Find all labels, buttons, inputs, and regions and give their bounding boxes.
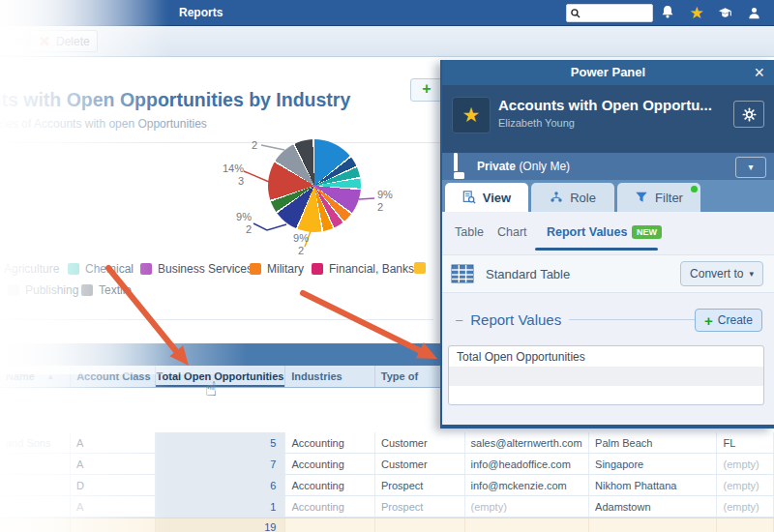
cell: A [71,432,156,453]
chart-legend-row-1: AgricultureChemicalBusiness ServicesMili… [0,262,440,278]
cell [465,518,590,532]
legend-item-financial-banks[interactable]: Financial, Banks [312,262,414,276]
legend-item[interactable] [414,262,426,274]
subtab-report-values[interactable]: Report Values [547,225,627,239]
panel-report-name: Accounts with Open Opportu... [498,97,712,113]
panel-content: Table Chart Report Values NEW Standard T… [442,212,774,425]
legend-swatch [140,263,152,275]
legend-swatch [68,263,79,275]
legend-swatch [250,263,261,275]
cell: D [71,475,156,495]
cell: Singapore [589,454,717,474]
search-input[interactable] [581,6,649,20]
view-doc-icon [462,191,476,204]
legend-label: Financial, Banks [329,262,414,276]
privacy-scope: (Only Me) [519,160,570,173]
cell: Accounting [285,454,375,474]
pie-label-indigo: 9%2 [226,211,252,236]
legend-label: Military [267,262,304,276]
cell [717,518,774,532]
search-icon [570,8,581,19]
list-stripe-row [449,367,763,386]
gear-icon [742,107,757,122]
tab-view[interactable]: View [445,183,528,212]
summary-row[interactable]: 19 [0,517,774,532]
legend-label: Agriculture [4,262,59,276]
pie-label-amber: 9%2 [288,232,313,257]
subtab-chart[interactable]: Chart [497,225,527,239]
favorites-star-icon[interactable]: ★ [686,3,707,22]
send-button[interactable]: Send [6,35,33,48]
report-title: Accounts with Open Opportunities by Indu… [0,89,350,111]
role-org-icon [550,191,563,204]
cell: Adamstown [589,496,717,517]
close-icon[interactable]: × [754,61,764,84]
column-header-industries[interactable]: Industries [285,366,375,387]
table-grid-icon [451,264,474,283]
filter-active-dot [691,186,698,192]
report-subtitle: Industries of Accounts with open Opportu… [0,117,207,131]
add-report-button[interactable]: + [410,78,443,102]
learning-graduation-cap-icon[interactable] [714,3,735,22]
privacy-bar[interactable]: Private (Only Me) ▾ [442,153,774,180]
table-row[interactable]: and SonsA5AccountingCustomersales@altern… [0,432,774,454]
subtab-table[interactable]: Table [455,225,484,239]
privacy-expand-button[interactable]: ▾ [735,157,766,178]
legend-item-military[interactable]: Military [250,262,304,276]
cell: A [71,496,156,517]
privacy-label: Private [477,160,516,173]
cell: sales@alternwerth.com [465,432,590,453]
pie-label-red: 14%3 [223,163,244,188]
delete-x-icon [39,36,50,46]
legend-item-chemical[interactable]: Chemical [68,262,134,276]
legend-item-agriculture[interactable]: Agriculture [0,262,59,276]
delete-button[interactable]: Delete [30,30,98,52]
table-row[interactable]: A7AccountingCustomerinfo@headoffice.comS… [0,454,774,475]
cell: (empty) [465,496,590,517]
table-row[interactable]: D6AccountingProspectinfo@mckenzie.comNik… [0,475,774,496]
cell: Accounting [285,475,375,495]
report-values-heading: – Report Values [456,311,698,328]
column-header-account-class[interactable]: Account Class [71,366,156,387]
cell [71,518,156,532]
cell: Accounting [285,496,375,517]
power-panel-report-header: ★ Accounts with Open Opportu... Elizabet… [442,85,774,153]
cell [0,496,71,517]
report-value-item[interactable]: Total Open Opportunities [449,346,763,367]
cell [0,475,71,495]
convert-to-button[interactable]: Convert to ▾ [680,261,763,286]
cell: (empty) [717,454,774,474]
cell [285,518,375,532]
search-box[interactable] [566,4,653,22]
legend-item-business-services[interactable]: Business Services [140,262,253,276]
legend-label: Textile [99,283,132,297]
table-type-row: Standard Table Convert to ▾ [442,254,774,293]
tab-role[interactable]: Role [531,183,614,212]
cell: (empty) [717,475,774,495]
column-header-total-open-opportunities[interactable]: Total Open Opportunities [156,366,285,387]
column-header-name[interactable]: Name▲ [0,366,71,387]
new-badge: NEW [632,225,662,239]
list-empty-row [449,386,763,405]
legend-label: Publishing [25,283,78,297]
hand-cursor-icon: ☝ [205,377,217,400]
lock-icon [454,155,465,179]
tab-filter[interactable]: Filter [617,183,700,212]
pie-graphic[interactable] [268,139,361,232]
cell: Customer [375,454,465,474]
legend-swatch [81,284,93,296]
cell [589,518,717,532]
legend-item-publishing[interactable]: Publishing [8,283,78,297]
cell: Palm Beach [589,432,717,453]
cell: A [71,454,156,474]
table-row[interactable]: A1AccountingProspect(empty)Adamstown(emp… [0,496,774,517]
favorite-star-tile[interactable]: ★ [452,97,491,133]
active-subtab-underline [535,248,658,251]
user-profile-icon[interactable] [743,3,764,22]
notifications-bell-icon[interactable] [657,3,678,22]
cell [375,518,465,532]
create-report-value-button[interactable]: + Create [695,309,762,332]
legend-item-textile[interactable]: Textile [81,283,132,297]
settings-gear-button[interactable] [733,101,764,128]
table-body: and SonsA5AccountingCustomersales@altern… [0,432,774,532]
